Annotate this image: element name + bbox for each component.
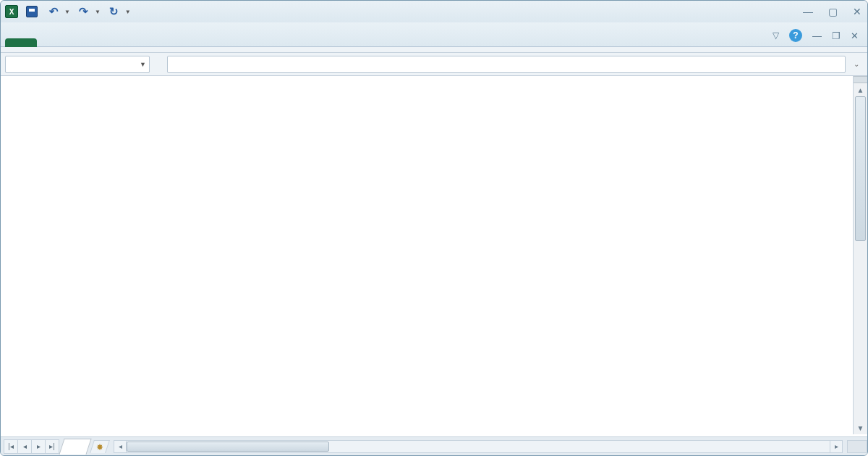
hscroll-thumb[interactable]	[127, 442, 329, 452]
quick-access-toolbar: ↶▼ ↷▼ ↻ ▼	[24, 4, 131, 20]
sheet-tab[interactable]	[59, 439, 91, 455]
expand-formula-bar-icon[interactable]: ⌄	[850, 60, 863, 68]
vscroll-thumb[interactable]	[855, 96, 866, 241]
minimize-button[interactable]: —	[802, 6, 814, 17]
ribbon-tabs: ▽ ? — ❐ ✕	[1, 22, 867, 47]
vertical-scrollbar[interactable]: ▲ ▼	[853, 76, 867, 434]
spreadsheet-grid[interactable]	[1, 76, 853, 434]
formula-bar: ▼ ⌄	[1, 53, 867, 76]
sheet-nav-next[interactable]: ▸	[31, 439, 46, 454]
sheet-nav-prev[interactable]: ◂	[17, 439, 32, 454]
file-tab[interactable]	[5, 38, 37, 47]
scroll-left-icon[interactable]: ◂	[114, 440, 127, 453]
name-box[interactable]: ▼	[5, 56, 150, 73]
tab-view[interactable]	[294, 38, 320, 46]
redo-dropdown[interactable]: ▼	[95, 9, 101, 15]
status-bar: |◂ ◂ ▸ ▸| ✸ ◂ ▸	[1, 436, 867, 455]
tab-review[interactable]	[254, 38, 280, 46]
scroll-down-icon[interactable]: ▼	[854, 421, 867, 434]
ribbon-body-collapsed	[1, 47, 867, 53]
name-box-dropdown-icon[interactable]: ▼	[140, 61, 146, 68]
tab-page-layout[interactable]	[132, 38, 158, 46]
scroll-up-icon[interactable]: ▲	[854, 83, 867, 96]
tab-insert[interactable]	[92, 38, 118, 46]
redo-button[interactable]: ↷	[76, 4, 92, 20]
help-icon[interactable]: ?	[789, 29, 802, 42]
close-button[interactable]: ✕	[851, 6, 863, 17]
split-handle[interactable]	[854, 76, 867, 83]
title-bar: X ↶▼ ↷▼ ↻ ▼ — ▢ ✕	[1, 1, 867, 22]
new-sheet-button[interactable]: ✸	[90, 440, 110, 453]
undo-button[interactable]: ↶	[46, 4, 61, 20]
save-button[interactable]	[24, 4, 40, 20]
workbook-restore-icon[interactable]: ❐	[832, 30, 841, 41]
qat-customize[interactable]: ▼	[125, 9, 131, 15]
workbook-minimize-icon[interactable]: —	[812, 30, 822, 41]
formula-input[interactable]	[167, 56, 846, 73]
maximize-button[interactable]: ▢	[827, 6, 838, 17]
workbook-close-icon[interactable]: ✕	[851, 30, 859, 41]
tab-data[interactable]	[213, 38, 239, 46]
scroll-right-icon[interactable]: ▸	[830, 440, 843, 453]
horizontal-scrollbar[interactable]: ◂ ▸	[114, 440, 843, 453]
sheet-nav-first[interactable]: |◂	[4, 439, 18, 454]
hsplit-handle[interactable]	[847, 440, 867, 453]
undo-dropdown[interactable]: ▼	[64, 9, 70, 15]
tab-formulas[interactable]	[173, 38, 199, 46]
minimize-ribbon-icon[interactable]: ▽	[773, 30, 779, 41]
sheet-nav-last[interactable]: ▸|	[45, 439, 59, 454]
tab-home[interactable]	[51, 38, 77, 46]
excel-icon: X	[5, 5, 18, 18]
repeat-button[interactable]: ↻	[106, 4, 122, 20]
